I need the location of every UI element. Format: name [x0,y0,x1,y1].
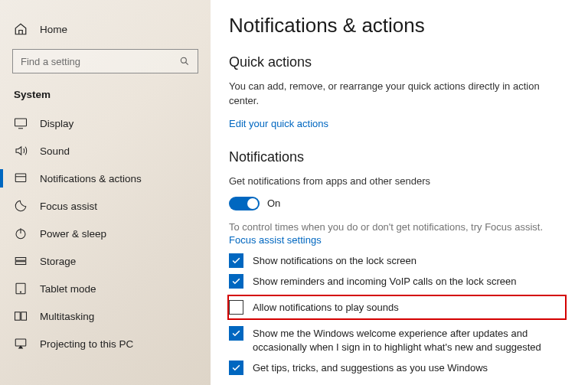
checkbox-icon[interactable] [229,361,243,375]
svg-point-0 [181,57,186,63]
sidebar-item-label: Tablet mode [40,283,96,295]
check-label: Show notifications on the lock screen [253,253,416,268]
page-title: Notifications & actions [229,14,567,38]
quick-actions-heading: Quick actions [229,54,567,70]
check-label: Show reminders and incoming VoIP calls o… [253,274,516,289]
svg-point-7 [20,292,21,292]
svg-rect-8 [15,312,21,321]
home-row[interactable]: Home [0,15,211,43]
sidebar-item-multitasking[interactable]: Multitasking [0,302,211,330]
search-icon [179,56,190,67]
display-icon [14,116,28,130]
quick-actions-block: Quick actions You can add, remove, or re… [229,54,567,129]
svg-rect-2 [15,174,26,182]
sidebar-item-label: Storage [40,256,76,267]
checkbox-icon[interactable] [229,326,243,341]
svg-rect-5 [15,262,26,265]
search-box[interactable] [12,49,198,73]
notifications-heading: Notifications [229,149,567,165]
sidebar-item-label: Focus assist [40,201,97,212]
sidebar-item-storage[interactable]: Storage [0,247,211,275]
svg-rect-1 [15,119,27,126]
edit-quick-actions-link[interactable]: Edit your quick actions [229,118,328,129]
sidebar-item-label: Projecting to this PC [40,338,133,350]
svg-rect-4 [15,258,26,261]
home-icon [14,22,28,36]
focus-hint: To control times when you do or don't ge… [229,221,567,233]
content: Notifications & actions Quick actions Yo… [211,0,588,385]
section-header: System [0,84,211,109]
sidebar-item-label: Notifications & actions [40,173,142,184]
checkbox-icon[interactable] [229,274,243,289]
sidebar-item-power[interactable]: Power & sleep [0,220,211,247]
notifications-icon [14,171,28,185]
checkbox-icon[interactable] [229,300,243,315]
checkbox-list: Show notifications on the lock screen Sh… [229,253,567,376]
tablet-icon [14,282,28,295]
sidebar: Home System Display Sound Notifications … [0,0,211,385]
notifications-toggle[interactable] [229,197,260,210]
home-label: Home [40,24,67,35]
sidebar-item-label: Sound [40,145,70,157]
sidebar-item-notifications[interactable]: Notifications & actions [0,165,211,192]
notifications-block: Notifications Get notifications from app… [229,149,567,246]
sidebar-item-display[interactable]: Display [0,109,211,137]
sidebar-item-tablet[interactable]: Tablet mode [0,275,211,302]
check-tips[interactable]: Get tips, tricks, and suggestions as you… [229,361,558,375]
sidebar-item-sound[interactable]: Sound [0,137,211,165]
sidebar-item-focus-assist[interactable]: Focus assist [0,192,211,220]
projecting-icon [14,337,28,351]
sidebar-item-label: Power & sleep [40,228,106,240]
search-input[interactable] [21,56,179,67]
check-voip[interactable]: Show reminders and incoming VoIP calls o… [229,274,558,289]
toggle-state: On [267,197,280,209]
check-label: Show me the Windows welcome experience a… [253,326,558,354]
svg-rect-9 [21,312,27,321]
notifications-toggle-row: On [229,197,567,210]
check-label: Get tips, tricks, and suggestions as you… [253,361,488,375]
check-welcome[interactable]: Show me the Windows welcome experience a… [229,326,558,354]
focus-assist-icon [14,199,28,213]
highlight-box: Allow notifications to play sounds [227,295,567,320]
check-lock-screen[interactable]: Show notifications on the lock screen [229,253,558,268]
power-icon [14,227,28,240]
storage-icon [14,254,28,268]
checkbox-icon[interactable] [229,253,243,268]
check-play-sounds[interactable]: Allow notifications to play sounds [229,300,557,315]
multitasking-icon [14,309,28,323]
quick-actions-desc: You can add, remove, or rearrange your q… [229,80,543,109]
notifications-toggle-label: Get notifications from apps and other se… [229,175,543,189]
focus-assist-link[interactable]: Focus assist settings [229,234,322,246]
sidebar-item-projecting[interactable]: Projecting to this PC [0,330,211,357]
search-wrap [0,43,211,84]
sidebar-item-label: Multitasking [40,311,94,322]
svg-rect-10 [15,339,26,346]
check-label: Allow notifications to play sounds [253,300,399,315]
sidebar-item-label: Display [40,118,74,129]
sound-icon [14,144,28,158]
